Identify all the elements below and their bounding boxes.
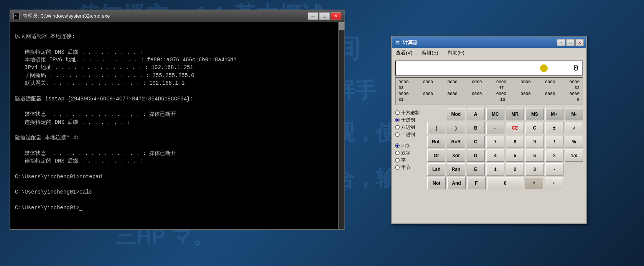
lparen-button[interactable]: (: [427, 122, 445, 134]
cmd-line: [15, 196, 340, 204]
calc-controls: ─ □ ✕: [557, 39, 584, 46]
rparen-button[interactable]: ): [447, 122, 465, 134]
bits-group: 0000: [399, 79, 408, 85]
and-button[interactable]: And: [447, 177, 466, 189]
cmd-maximize-button[interactable]: □: [319, 12, 330, 20]
radio-dword[interactable]: 双字: [395, 150, 425, 156]
cmd-line: 本地链接 IPv6 地址. . . . . . . . . . : fe80::…: [15, 56, 340, 64]
b-button[interactable]: B: [467, 122, 485, 134]
bit-num: [425, 85, 428, 91]
cmd-line: [15, 25, 340, 33]
radio-oct-label: 八进制: [401, 124, 415, 131]
0-button[interactable]: 0: [487, 177, 523, 189]
radio-byte[interactable]: 字节: [395, 164, 425, 171]
scroll-thumb[interactable]: [339, 22, 344, 30]
radio-bin-circle: [395, 132, 400, 137]
mplus-button[interactable]: M+: [545, 108, 563, 120]
radio-hex[interactable]: 十六进制: [395, 110, 425, 116]
bit-num: [527, 97, 530, 103]
plusminus-button[interactable]: ±: [545, 122, 563, 134]
bits-row-1-nums: 63 47 32: [399, 85, 580, 91]
radio-bin[interactable]: 二进制: [395, 131, 425, 138]
calc-minimize-button[interactable]: ─: [557, 39, 565, 46]
ms-button[interactable]: MS: [525, 108, 544, 120]
calc-menu-help[interactable]: 帮助(H): [446, 49, 466, 57]
bits-group: 0000: [520, 79, 530, 85]
bits-group: 0000: [570, 91, 580, 97]
e-button[interactable]: E: [467, 163, 485, 176]
bits-row-2-nums: 31 15 0: [399, 97, 580, 103]
cmd-line: IPv4 地址 . . . . . . . . . . . . . . : 19…: [15, 64, 340, 71]
bits-row-2: 0000 0000 0000 0000 0000 0000 0000 0000: [399, 91, 580, 97]
rol-button[interactable]: RoL: [427, 136, 445, 148]
reciprocal-button[interactable]: 1/x: [565, 149, 583, 162]
calc-close-button[interactable]: ✕: [575, 39, 584, 46]
cmd-line: C:\Users\yincheng01>notepad: [15, 173, 340, 181]
mc-button[interactable]: MC: [486, 108, 504, 120]
rsh-button[interactable]: Rsh: [447, 163, 465, 176]
2-button[interactable]: 2: [506, 163, 524, 176]
or-button[interactable]: Or: [427, 149, 445, 162]
cmd-scrollbar[interactable]: [338, 22, 344, 229]
plus-button[interactable]: +: [545, 177, 563, 189]
calc-maximize-button[interactable]: □: [566, 39, 575, 46]
btn-row-1: Mod A MC MR MS M+ M-: [427, 108, 583, 120]
radio-dec[interactable]: 十进制: [395, 117, 425, 123]
8-button[interactable]: 8: [506, 136, 524, 148]
f-button[interactable]: F: [467, 177, 486, 189]
calc-titlebar: 计算器 ─ □ ✕: [392, 37, 586, 48]
sqrt-button[interactable]: √: [565, 122, 583, 134]
1-button[interactable]: 1: [486, 163, 504, 176]
bits-group: 0000: [545, 91, 555, 97]
bit-num: 32: [575, 85, 580, 91]
svg-rect-1: [396, 41, 399, 42]
5-button[interactable]: 5: [506, 149, 524, 162]
lsh-button[interactable]: Lsh: [427, 163, 445, 176]
bit-num: [451, 97, 453, 103]
a-button[interactable]: A: [467, 108, 485, 120]
4-button[interactable]: 4: [486, 149, 504, 162]
cmd-line: C:\Users\yincheng01>calc: [15, 188, 340, 196]
calc-menu-view[interactable]: 查看(V): [394, 49, 414, 57]
radio-word[interactable]: 字: [395, 157, 425, 164]
7-button[interactable]: 7: [486, 136, 504, 148]
calc-display-value: 0: [573, 64, 578, 73]
percent-button[interactable]: %: [565, 136, 583, 148]
bits-group: 0000: [496, 79, 506, 85]
calc-menu-edit[interactable]: 编辑(E): [420, 49, 440, 57]
minus-button[interactable]: -: [545, 163, 563, 176]
btn-row-4: Or Xor D 4 5 6 × 1/x: [427, 149, 583, 162]
bit-num: 63: [399, 85, 404, 91]
mminus-button[interactable]: M-: [565, 108, 583, 120]
calculator-window: 计算器 ─ □ ✕ 查看(V) 编辑(E) 帮助(H) 0 0000 0000 …: [391, 36, 587, 224]
d-button[interactable]: D: [467, 149, 485, 162]
cmd-close-button[interactable]: ✕: [331, 12, 341, 20]
6-button[interactable]: 6: [525, 149, 544, 162]
bits-group: 0000: [447, 91, 457, 97]
c2-button[interactable]: C: [467, 136, 485, 148]
bits-group: 0000: [423, 79, 433, 85]
divide-button[interactable]: /: [545, 136, 563, 148]
mod-button[interactable]: Mod: [447, 108, 465, 120]
not-button[interactable]: Not: [427, 177, 446, 189]
radio-qword[interactable]: 四字: [395, 143, 425, 149]
svg-rect-3: [398, 43, 399, 43]
9-button[interactable]: 9: [525, 136, 544, 148]
cursor-indicator: [540, 64, 548, 72]
radio-oct[interactable]: 八进制: [395, 124, 425, 131]
3-button[interactable]: 3: [525, 163, 544, 176]
cmd-minimize-button[interactable]: ─: [308, 12, 318, 20]
radio-divider: [395, 139, 425, 142]
ror-button[interactable]: RoR: [447, 136, 465, 148]
ce-button[interactable]: CE: [506, 122, 524, 134]
radio-hex-circle: [395, 110, 400, 115]
bit-num: [450, 85, 453, 91]
equals-button-2[interactable]: =: [525, 177, 543, 189]
xor-button[interactable]: Xor: [447, 149, 465, 162]
multiply-button[interactable]: ×: [545, 149, 563, 162]
bits-group: 0000: [472, 91, 482, 97]
bit-num: 31: [399, 97, 404, 103]
c-button[interactable]: C: [525, 122, 544, 134]
backspace-button[interactable]: ←: [486, 122, 504, 134]
mr-button[interactable]: MR: [506, 108, 524, 120]
